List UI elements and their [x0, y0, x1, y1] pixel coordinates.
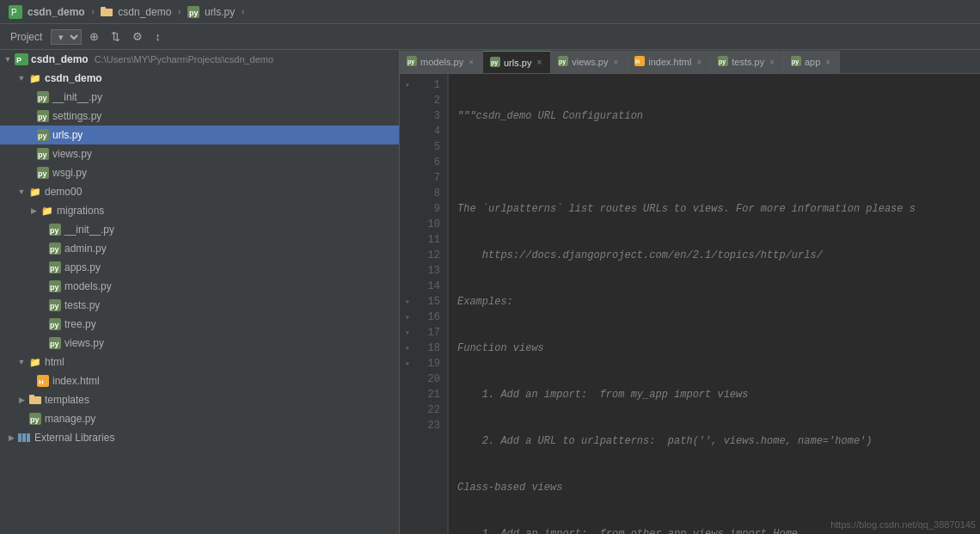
project-label: Project: [5, 29, 47, 45]
svg-rect-40: [27, 433, 30, 442]
fold-10: [400, 217, 415, 232]
sidebar-item-demo00[interactable]: ▼ 📁 demo00: [0, 182, 399, 201]
svg-text:py: py: [792, 58, 799, 65]
fold-17[interactable]: ▾: [400, 325, 415, 341]
folder-icon-migrations: 📁: [40, 205, 54, 217]
tab-tests-py[interactable]: py tests.py ×: [711, 51, 784, 73]
sidebar: ▼ P csdn_demo C:\Users\MY\PycharmProject…: [0, 50, 400, 534]
tab-close-urls[interactable]: ×: [535, 57, 543, 68]
sidebar-item-tests-py[interactable]: py tests.py: [0, 296, 399, 315]
fold-18[interactable]: ▾: [400, 341, 415, 356]
breadcrumb-sep2: ›: [176, 7, 182, 17]
py-icon-tree: py: [48, 318, 62, 330]
tab-label-views: views.py: [572, 57, 608, 67]
sidebar-item-html[interactable]: ▼ 📁 html: [0, 353, 399, 371]
tab-close-tests[interactable]: ×: [768, 57, 776, 68]
fold-20: [400, 371, 415, 387]
root-label: csdn_demo: [31, 53, 89, 65]
sidebar-item-index-html[interactable]: H index.html: [0, 371, 399, 390]
py-icon-tests: py: [48, 299, 62, 311]
label-tests-py: tests.py: [64, 299, 100, 311]
label-manage-py: manage.py: [45, 413, 95, 425]
py-icon-demo-views: py: [48, 337, 62, 349]
tree-root[interactable]: ▼ P csdn_demo C:\Users\MY\PycharmProject…: [0, 50, 399, 69]
label-demo-views-py: views.py: [64, 337, 104, 349]
tab-close-models[interactable]: ×: [467, 57, 475, 68]
sort-button[interactable]: ⇅: [107, 28, 125, 45]
label-templates: templates: [45, 394, 89, 406]
sidebar-item-templates[interactable]: ▶ templates: [0, 390, 399, 409]
folder-icon-demo00: 📁: [28, 186, 42, 198]
line-numbers: 1 2 3 4 5 6 7 8 9 10 11 12 13 14 15 16 1: [415, 74, 448, 534]
sidebar-item-manage-py[interactable]: py manage.py: [0, 409, 399, 428]
sidebar-item-apps-py[interactable]: py apps.py: [0, 258, 399, 277]
fold-19[interactable]: ▾: [400, 356, 415, 371]
label-wsgi-py: wsgi.py: [52, 167, 87, 179]
py-icon-urls: py: [36, 129, 50, 141]
svg-text:py: py: [50, 283, 59, 292]
fold-1[interactable]: ▾: [400, 77, 415, 93]
tab-index-html[interactable]: H index.html ×: [628, 51, 711, 73]
arrow-csdn_demo: ▼: [17, 74, 26, 83]
label-csdn_demo: csdn_demo: [45, 72, 102, 84]
watermark: https://blog.csdn.net/qq_38870145: [830, 519, 976, 530]
svg-text:py: py: [719, 58, 726, 65]
sidebar-item-init-py[interactable]: py __init__.py: [0, 88, 399, 107]
code-editor[interactable]: ▾ ▾ ▾ ▾ ▾: [400, 74, 980, 534]
py-icon-admin: py: [48, 242, 62, 255]
tab-close-views[interactable]: ×: [611, 57, 620, 68]
svg-text:py: py: [38, 94, 47, 102]
svg-text:py: py: [30, 415, 40, 424]
settings-button[interactable]: ⚙: [128, 28, 147, 45]
sidebar-item-migrations[interactable]: ▶ 📁 migrations: [0, 201, 399, 220]
fold-9: [400, 201, 415, 217]
fold-14: [400, 279, 415, 294]
expand-button[interactable]: ↕: [150, 28, 165, 45]
svg-text:py: py: [38, 150, 47, 159]
tab-label-index-html: index.html: [648, 57, 691, 67]
svg-rect-35: [29, 395, 34, 398]
sidebar-item-demo-init[interactable]: py __init__.py: [0, 220, 399, 239]
tab-views-py[interactable]: py views.py ×: [551, 51, 628, 73]
svg-text:py: py: [50, 226, 59, 235]
folder-icon-csdn_demo: 📁: [28, 72, 42, 84]
add-button[interactable]: ⊕: [85, 28, 103, 45]
svg-text:P: P: [16, 56, 21, 64]
sidebar-item-settings-py[interactable]: py settings.py: [0, 107, 399, 126]
root-icon: P: [15, 53, 28, 65]
label-migrations: migrations: [57, 205, 104, 217]
svg-text:py: py: [189, 9, 199, 17]
tab-close-app[interactable]: ×: [824, 57, 832, 68]
tab-models-py[interactable]: py models.py ×: [400, 51, 483, 73]
svg-text:H: H: [635, 58, 640, 64]
tab-app[interactable]: py app ×: [784, 51, 840, 73]
tab-icon-views: py: [558, 56, 568, 68]
fold-16[interactable]: ▾: [400, 310, 415, 325]
sidebar-item-ext-libs[interactable]: ▶ External Libraries: [0, 428, 399, 447]
svg-text:P: P: [11, 8, 17, 17]
fold-22: [400, 402, 415, 418]
sidebar-item-wsgi-py[interactable]: py wsgi.py: [0, 163, 399, 182]
breadcrumb-project: csdn_demo: [28, 6, 85, 18]
code-content[interactable]: """csdn_demo URL Configuration The `urlp…: [449, 74, 980, 534]
label-demo00: demo00: [45, 186, 82, 198]
svg-text:py: py: [38, 132, 47, 140]
sidebar-item-urls-py[interactable]: py urls.py: [0, 126, 399, 144]
sidebar-item-models-py[interactable]: py models.py: [0, 277, 399, 296]
tab-close-index-html[interactable]: ×: [695, 57, 703, 68]
svg-rect-39: [22, 433, 26, 442]
sidebar-item-admin-py[interactable]: py admin.py: [0, 239, 399, 258]
project-dropdown[interactable]: ▾: [51, 29, 82, 45]
sidebar-item-csdn_demo[interactable]: ▼ 📁 csdn_demo: [0, 69, 399, 88]
py-icon-views: py: [36, 148, 50, 160]
label-admin-py: admin.py: [64, 242, 107, 255]
tab-urls-py[interactable]: py urls.py ×: [483, 51, 551, 73]
tab-label-models: models.py: [420, 57, 463, 67]
sidebar-item-tree-py[interactable]: py tree.py: [0, 315, 399, 334]
tab-icon-models: py: [407, 56, 417, 68]
sidebar-item-views-py[interactable]: py views.py: [0, 144, 399, 163]
app-icon: P: [9, 5, 22, 19]
tabs-bar: py models.py × py urls.py × py views.py …: [400, 50, 980, 74]
sidebar-item-demo-views-py[interactable]: py views.py: [0, 334, 399, 353]
fold-15[interactable]: ▾: [400, 294, 415, 310]
